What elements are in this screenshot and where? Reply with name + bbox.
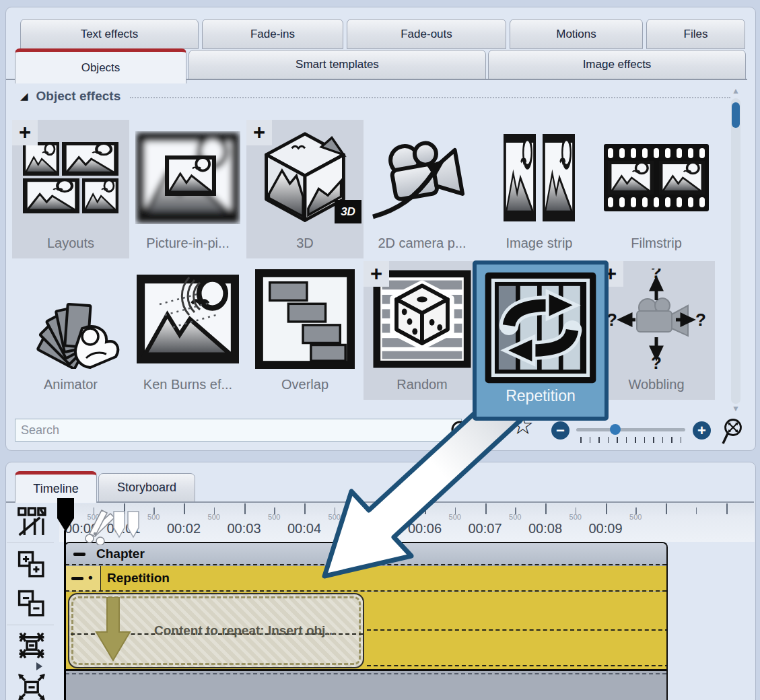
tile-3d[interactable]: + 3D [246, 120, 364, 258]
scrollbar-thumb[interactable] [732, 102, 740, 128]
tile-repetition-selected[interactable]: Repetition [473, 260, 609, 421]
ruler-tick [365, 503, 366, 514]
slider-thumb[interactable] [610, 424, 621, 435]
search-magnifier-icon [447, 420, 473, 448]
eye-icon[interactable] [479, 422, 504, 440]
ruler-half-second-label: 500 [569, 513, 582, 521]
tile-label: Repetition [506, 387, 576, 405]
tile-filmstrip[interactable]: Filmstrip [598, 120, 715, 258]
add-group-icon[interactable]: + [246, 120, 272, 145]
ruler-half-second-label: 500 [147, 513, 160, 521]
zoom-in-button[interactable]: + [693, 421, 711, 440]
tile-label: 2D camera p... [378, 236, 466, 251]
ruler-time-label: 00:09 [588, 521, 622, 536]
repetition-drop-target[interactable]: Content to repeat: Insert obj... [68, 593, 364, 668]
repetition-track-bottom-border [65, 669, 666, 671]
add-group-icon[interactable]: + [12, 120, 38, 145]
timeline-tab-underline [6, 501, 754, 503]
ruler-tick [244, 503, 246, 514]
tile-label: Animator [44, 377, 98, 392]
ruler-half-second-label: 500 [329, 513, 341, 521]
chapter-header[interactable]: Chapter [65, 543, 666, 565]
repetition-track-header[interactable]: • Repetition [65, 566, 666, 591]
tab-files[interactable]: Files [646, 19, 745, 49]
tile-picture-in-picture[interactable]: Picture-in-pi... [129, 120, 246, 258]
ruler-ticks: 00:0050000:0150000:0250000:0350000:04500… [59, 503, 755, 542]
tile-animator[interactable]: Animator [12, 261, 129, 400]
collapse-triangle-icon[interactable]: ◢ [20, 90, 28, 102]
tab-motions[interactable]: Motions [510, 19, 643, 49]
scrollbar-track[interactable] [731, 98, 740, 404]
tab-label: Fade-ins [250, 28, 295, 41]
tab-fade-ins[interactable]: Fade-ins [202, 19, 343, 49]
reset-zoom-icon[interactable] [722, 417, 747, 446]
thumbnail-size-slider[interactable] [576, 428, 685, 431]
zoom-fit-button[interactable] [16, 630, 47, 661]
animator-icon [20, 261, 121, 377]
collapse-repetition-icon[interactable] [71, 577, 83, 580]
tab-smart-templates[interactable]: Smart templates [188, 50, 486, 79]
tab-label: Objects [81, 61, 120, 75]
tile-label: Random [396, 377, 448, 392]
tab-storyboard[interactable]: Storyboard [98, 473, 195, 502]
tile-2d-camera-pans[interactable]: 2D camera p... [364, 120, 481, 258]
image-strip-icon [489, 120, 590, 236]
repetition-track-label: Repetition [107, 571, 170, 586]
collapse-chapter-icon[interactable] [73, 553, 85, 556]
tab-objects[interactable]: Objects [15, 48, 186, 83]
insert-down-arrow-icon [91, 597, 135, 664]
ruler-tick [425, 503, 426, 514]
tab-label: Text effects [81, 28, 139, 41]
manual-input-button[interactable] [16, 506, 47, 537]
section-header: ◢ Object effects [20, 89, 730, 104]
ruler-half-second-label: 500 [449, 513, 461, 521]
tab-timeline[interactable]: Timeline [15, 471, 97, 503]
svg-text:?: ? [651, 269, 662, 282]
ruler-tick [545, 503, 547, 514]
zoom-out-button[interactable]: − [551, 421, 569, 440]
scroll-up-icon[interactable]: ▲ [730, 86, 742, 96]
tile-ken-burns[interactable]: Ken Burns ef... [129, 261, 246, 400]
tab-label: Smart templates [296, 58, 379, 71]
tile-overlap[interactable]: Overlap [246, 261, 364, 400]
guide-dash [367, 665, 668, 666]
ruler-tick [726, 503, 728, 514]
filmstrip-icon [602, 120, 710, 236]
ken-burns-icon [135, 261, 240, 377]
tile-image-strip[interactable]: Image strip [481, 120, 598, 258]
app-window: Text effects Fade-ins Fade-outs Motions … [0, 0, 760, 700]
search-input[interactable] [15, 419, 462, 442]
flyout-arrow-icon[interactable] [36, 662, 42, 670]
ruler-time-label: 00:06 [408, 521, 442, 536]
tile-label: Layouts [47, 236, 94, 251]
guide-dash [367, 629, 668, 631]
toolbar-separator [7, 542, 54, 543]
tab-image-effects[interactable]: Image effects [488, 50, 746, 79]
section-title: Object effects [36, 89, 121, 104]
ruler-half-second-label: 500 [629, 513, 642, 521]
ruler-time-label: 00:05 [347, 521, 381, 536]
collapse-all-button[interactable] [16, 588, 47, 619]
range-marker-flags-icon[interactable] [112, 510, 142, 540]
tile-layouts[interactable]: + Layouts [12, 120, 129, 258]
expand-all-button[interactable] [16, 549, 47, 580]
timeline-ruler[interactable]: 00:0050000:0150000:0250000:0350000:04500… [59, 503, 755, 542]
tab-fade-outs[interactable]: Fade-outs [347, 19, 506, 49]
tab-label: Image effects [583, 58, 652, 71]
empty-area-dash [65, 673, 666, 674]
add-group-icon[interactable]: + [364, 261, 389, 287]
scroll-down-icon[interactable]: ▼ [730, 404, 742, 413]
tile-wobbling[interactable]: + ?? ?? Wobbling [598, 261, 715, 400]
tab-label: Fade-outs [401, 28, 452, 41]
tab-label: Storyboard [117, 481, 176, 495]
svg-text:?: ? [651, 353, 662, 370]
tab-text-effects[interactable]: Text effects [20, 19, 199, 49]
ruler-tick [485, 503, 487, 514]
tile-random[interactable]: + Random [364, 261, 481, 400]
chapter-track-container: Chapter • Repetition Content to repeat: … [64, 542, 668, 700]
ruler-tick [606, 503, 607, 514]
zoom-selection-button[interactable] [16, 672, 47, 700]
tile-label: Picture-in-pi... [146, 236, 229, 251]
3d-badge: 3D [335, 200, 361, 223]
tile-label: Image strip [506, 236, 573, 251]
